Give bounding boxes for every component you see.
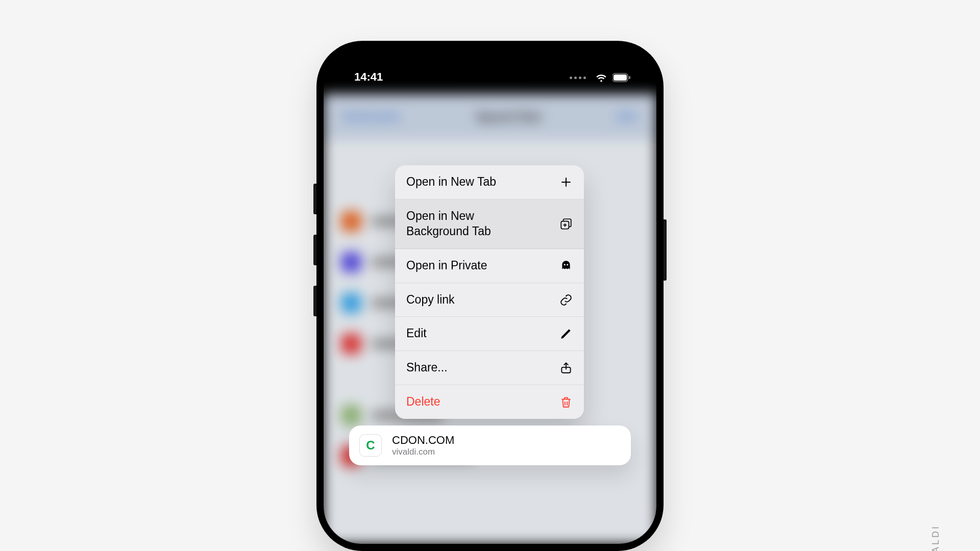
- wifi-icon: [595, 71, 607, 84]
- status-time: 14:41: [354, 70, 383, 84]
- nav-back: Bookmarks: [344, 110, 400, 123]
- stack-plus-icon: [559, 217, 573, 231]
- cellular-dots-icon: [570, 77, 586, 79]
- bookmark-favicon: C: [359, 434, 382, 457]
- menu-share[interactable]: Share...: [395, 351, 584, 385]
- menu-edit[interactable]: Edit: [395, 317, 584, 351]
- nav-title: Speed Dial: [476, 110, 541, 124]
- bookmark-title: CDON.COM: [392, 434, 454, 447]
- bookmark-url: vivaldi.com: [392, 447, 454, 457]
- menu-open-private[interactable]: Open in Private: [395, 249, 584, 283]
- menu-open-background-tab[interactable]: Open in New Background Tab: [395, 199, 584, 249]
- link-icon: [559, 293, 573, 307]
- svg-rect-2: [629, 76, 630, 79]
- menu-delete[interactable]: Delete: [395, 385, 584, 419]
- share-icon: [559, 361, 573, 374]
- bookmark-preview-card[interactable]: C CDON.COM vivaldi.com: [349, 425, 631, 465]
- ghost-icon: [559, 259, 573, 272]
- phone-screen: 14:41 Bookmarks Speed Dial Edit: [324, 48, 656, 544]
- menu-copy-link[interactable]: Copy link: [395, 283, 584, 317]
- brand-watermark: VIVALDI: [930, 524, 941, 551]
- pencil-icon: [559, 327, 573, 340]
- nav-edit: Edit: [617, 110, 636, 123]
- trash-icon: [559, 395, 573, 409]
- plus-icon: [559, 176, 573, 189]
- context-menu: Open in New Tab Open in New Background T…: [395, 165, 584, 419]
- menu-open-new-tab[interactable]: Open in New Tab: [395, 165, 584, 199]
- dynamic-island: [447, 57, 533, 82]
- battery-icon: [612, 73, 631, 82]
- phone-frame: 14:41 Bookmarks Speed Dial Edit: [316, 41, 664, 551]
- svg-rect-1: [614, 74, 627, 81]
